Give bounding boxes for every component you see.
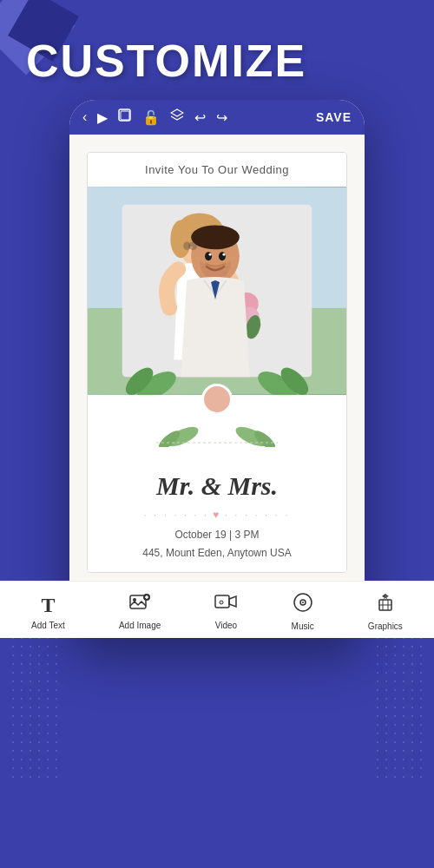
leaf-decoration bbox=[88, 419, 346, 454]
page-title: CUSTOMIZE bbox=[26, 35, 408, 87]
card-invite-text: Invite You To Our Wedding bbox=[88, 153, 346, 187]
floral-divider bbox=[88, 395, 346, 419]
lock-button[interactable]: 🔓 bbox=[142, 109, 160, 126]
floral-circle bbox=[201, 384, 233, 415]
svg-point-21 bbox=[209, 253, 212, 256]
card-photo bbox=[88, 187, 346, 395]
save-button[interactable]: SAVE bbox=[316, 110, 352, 124]
phone-body: ‹ ▶ 🔓 ↩ ↪ SAVE Invit bbox=[69, 100, 365, 638]
svg-marker-2 bbox=[171, 109, 183, 116]
music-button[interactable]: Music bbox=[292, 592, 314, 631]
svg-point-42 bbox=[221, 602, 222, 603]
svg-point-20 bbox=[219, 252, 226, 260]
music-label: Music bbox=[292, 621, 314, 631]
video-label: Video bbox=[215, 621, 237, 630]
bottom-toolbar: T Add Text Add Image bbox=[69, 581, 365, 638]
card-date: October 19 | 3 PM bbox=[88, 524, 346, 545]
svg-point-8 bbox=[170, 220, 191, 259]
back-button[interactable]: ‹ bbox=[82, 109, 87, 125]
phone-mockup: ‹ ▶ 🔓 ↩ ↪ SAVE Invit bbox=[0, 100, 434, 638]
svg-point-18 bbox=[191, 226, 240, 250]
svg-marker-40 bbox=[229, 596, 236, 607]
svg-rect-39 bbox=[215, 595, 229, 608]
header: CUSTOMIZE bbox=[0, 0, 434, 100]
card-location: 445, Mount Eden, Anytown USA bbox=[88, 545, 346, 572]
video-icon bbox=[214, 593, 237, 617]
card-names: Mr. & Mrs. bbox=[88, 454, 346, 505]
card-canvas: Invite You To Our Wedding bbox=[69, 135, 365, 638]
svg-point-24 bbox=[183, 241, 190, 250]
music-icon bbox=[293, 592, 313, 618]
frames-button[interactable] bbox=[118, 108, 132, 126]
heart-icon: ♥ bbox=[213, 509, 221, 521]
add-image-label: Add Image bbox=[119, 621, 161, 630]
svg-rect-1 bbox=[121, 111, 129, 120]
svg-point-19 bbox=[205, 252, 212, 260]
invitation-card: Invite You To Our Wedding bbox=[87, 152, 347, 573]
editor-toolbar: ‹ ▶ 🔓 ↩ ↪ SAVE bbox=[69, 100, 365, 135]
undo-button[interactable]: ↩ bbox=[194, 109, 206, 126]
card-dots-divider: · · · · · · · ♥ · · · · · · · bbox=[88, 505, 346, 524]
svg-point-22 bbox=[222, 253, 225, 256]
add-image-button[interactable]: Add Image bbox=[119, 593, 161, 630]
redo-button[interactable]: ↪ bbox=[216, 109, 227, 126]
video-button[interactable]: Video bbox=[214, 593, 237, 630]
layers-button[interactable] bbox=[170, 108, 184, 126]
play-button[interactable]: ▶ bbox=[97, 109, 108, 126]
add-image-icon bbox=[129, 593, 150, 617]
svg-point-45 bbox=[302, 602, 304, 603]
